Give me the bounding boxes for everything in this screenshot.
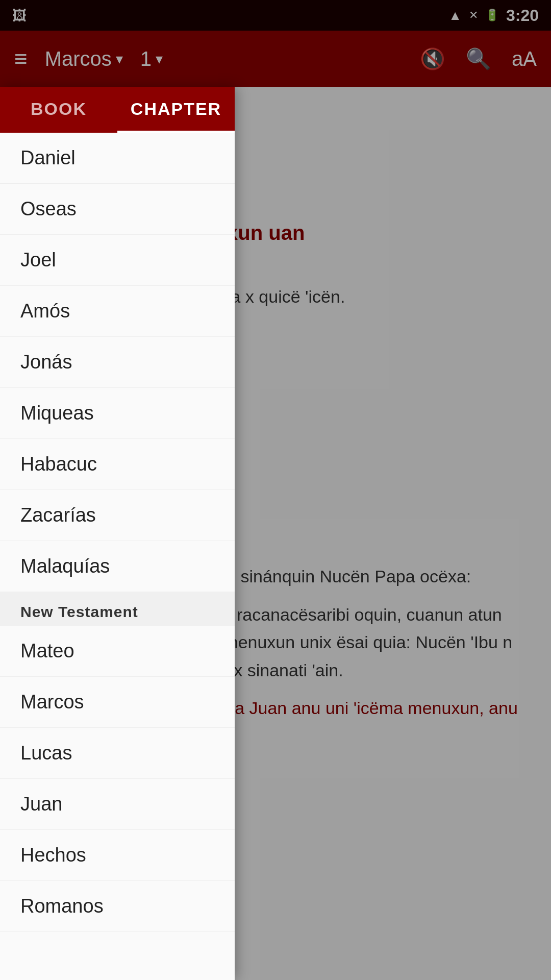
list-item-miqueas[interactable]: Miqueas <box>0 388 235 439</box>
list-item-jonas[interactable]: Jonás <box>0 337 235 388</box>
list-item-marcos[interactable]: Marcos <box>0 677 235 728</box>
book-chapter-drawer: BOOK CHAPTER Daniel Oseas Joel Amós Joná… <box>0 87 235 980</box>
list-item-malaquias[interactable]: Malaquías <box>0 541 235 592</box>
list-item-zacarias[interactable]: Zacarías <box>0 490 235 541</box>
tab-book[interactable]: BOOK <box>0 87 117 133</box>
list-item-amos[interactable]: Amós <box>0 286 235 337</box>
tab-chapter[interactable]: CHAPTER <box>117 87 235 133</box>
list-item-hechos[interactable]: Hechos <box>0 830 235 881</box>
list-item-mateo[interactable]: Mateo <box>0 626 235 677</box>
drawer-list[interactable]: Daniel Oseas Joel Amós Jonás Miqueas Hab… <box>0 133 235 980</box>
list-item-lucas[interactable]: Lucas <box>0 728 235 779</box>
list-item-joel[interactable]: Joel <box>0 235 235 286</box>
drawer-tabs: BOOK CHAPTER <box>0 87 235 133</box>
list-item-romanos[interactable]: Romanos <box>0 881 235 932</box>
list-item-oseas[interactable]: Oseas <box>0 184 235 235</box>
list-item-juan[interactable]: Juan <box>0 779 235 830</box>
list-item-daniel[interactable]: Daniel <box>0 133 235 184</box>
list-item-habacuc[interactable]: Habacuc <box>0 439 235 490</box>
new-testament-header: New Testament <box>0 592 235 626</box>
